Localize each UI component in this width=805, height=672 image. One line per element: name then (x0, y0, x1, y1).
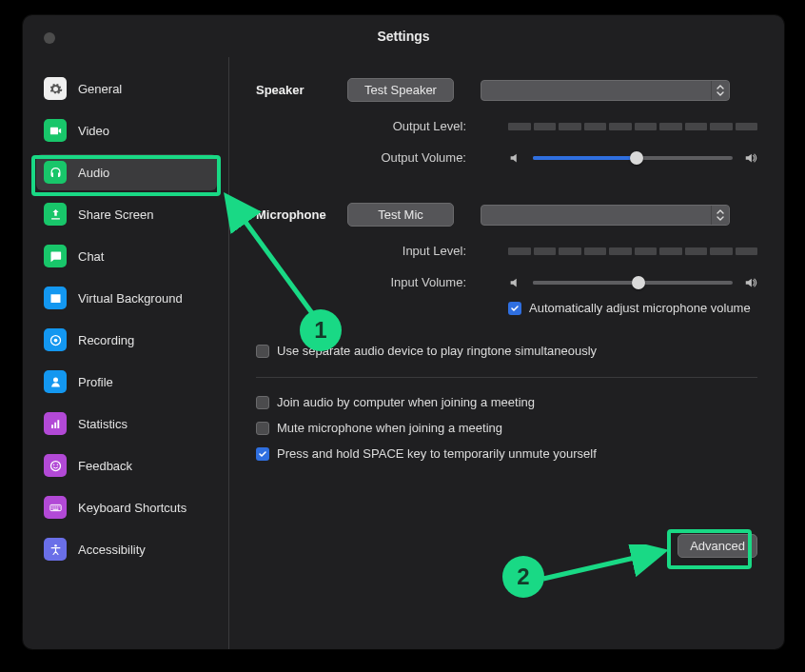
join-audio-label: Join audio by computer when joining a me… (277, 395, 535, 409)
space-unmute-checkbox[interactable] (256, 447, 269, 461)
sidebar-item-accessibility[interactable]: Accessibility (36, 531, 217, 567)
test-speaker-button[interactable]: Test Speaker (347, 78, 454, 102)
content-pane: Speaker Test Speaker Output Level: Outpu… (229, 57, 784, 649)
background-icon (44, 287, 67, 309)
statistics-icon (44, 412, 67, 435)
output-level-meter (508, 123, 757, 130)
output-volume-slider[interactable] (533, 156, 733, 160)
sidebar-item-feedback[interactable]: Feedback (36, 447, 217, 484)
sidebar: GeneralVideoAudioShare ScreenChatVirtual… (23, 57, 229, 649)
feedback-icon (44, 454, 67, 477)
titlebar: Settings (23, 15, 784, 57)
sidebar-item-label: Profile (78, 375, 113, 389)
input-volume-row: Input Volume: (256, 275, 757, 289)
sidebar-item-profile[interactable]: Profile (36, 364, 217, 400)
sidebar-item-label: Video (78, 124, 109, 138)
chevron-updown-icon (715, 208, 726, 223)
sidebar-item-video[interactable]: Video (36, 112, 217, 148)
svg-point-6 (54, 544, 57, 546)
close-window-dot[interactable] (44, 32, 55, 44)
separate-audio-label: Use separate audio device to play ringto… (277, 344, 597, 358)
join-audio-checkbox[interactable] (256, 396, 269, 409)
sidebar-item-label: General (78, 82, 122, 96)
output-volume-label: Output Volume: (347, 150, 481, 165)
sidebar-item-label: Feedback (78, 459, 132, 473)
space-unmute-label: Press and hold SPACE key to temporarily … (277, 446, 597, 461)
mute-mic-label: Mute microphone when joining a meeting (277, 421, 502, 435)
input-level-label: Input Level: (347, 244, 481, 258)
volume-low-icon (508, 151, 521, 165)
volume-low-icon (508, 276, 521, 289)
sidebar-item-label: Accessibility (78, 543, 146, 557)
input-volume-slider[interactable] (533, 281, 733, 285)
output-level-label: Output Level: (347, 119, 481, 133)
sidebar-item-audio[interactable]: Audio (36, 154, 217, 190)
mute-mic-checkbox[interactable] (256, 422, 269, 435)
speaker-label: Speaker (256, 83, 347, 97)
window-body: GeneralVideoAudioShare ScreenChatVirtual… (23, 57, 784, 649)
divider (256, 377, 757, 378)
microphone-row: Microphone Test Mic (256, 203, 757, 227)
speaker-device-select[interactable] (481, 80, 730, 101)
sidebar-item-chat[interactable]: Chat (36, 238, 217, 274)
sidebar-item-statistics[interactable]: Statistics (36, 405, 217, 442)
sidebar-item-share-screen[interactable]: Share Screen (36, 196, 217, 232)
video-icon (44, 119, 67, 142)
gear-icon (44, 77, 67, 100)
sidebar-item-keyboard-shortcuts[interactable]: Keyboard Shortcuts (36, 489, 217, 525)
sidebar-item-label: Keyboard Shortcuts (78, 501, 187, 515)
sidebar-item-label: Statistics (78, 417, 128, 431)
svg-point-3 (52, 464, 54, 465)
sidebar-item-label: Share Screen (78, 208, 154, 222)
auto-adjust-row: Automatically adjust microphone volume (256, 301, 757, 326)
advanced-button[interactable]: Advanced (677, 534, 757, 558)
mic-device-select[interactable] (481, 205, 730, 226)
window-title: Settings (23, 29, 784, 44)
separate-audio-checkbox[interactable] (256, 345, 269, 358)
share-icon (44, 203, 67, 226)
auto-adjust-checkbox[interactable] (508, 302, 521, 315)
svg-point-4 (56, 464, 58, 465)
test-mic-button[interactable]: Test Mic (347, 203, 454, 227)
speaker-row: Speaker Test Speaker (256, 78, 757, 102)
settings-window: Settings GeneralVideoAudioShare ScreenCh… (23, 15, 784, 649)
sidebar-item-virtual-background[interactable]: Virtual Background (36, 280, 217, 316)
volume-high-icon (744, 276, 757, 289)
headphones-icon (44, 161, 67, 184)
svg-point-1 (53, 338, 57, 342)
output-volume-row: Output Volume: (256, 150, 757, 165)
sidebar-item-label: Virtual Background (78, 291, 183, 306)
chevron-updown-icon (715, 83, 726, 98)
auto-adjust-label: Automatically adjust microphone volume (529, 301, 751, 315)
input-level-meter (508, 247, 757, 255)
chat-icon (44, 245, 67, 267)
profile-icon (44, 370, 67, 393)
input-volume-label: Input Volume: (347, 275, 481, 289)
input-level-row: Input Level: (256, 244, 757, 258)
sidebar-item-recording[interactable]: Recording (36, 322, 217, 358)
keyboard-icon (44, 496, 67, 519)
output-level-row: Output Level: (256, 119, 757, 133)
sidebar-item-label: Audio (78, 166, 109, 180)
svg-point-2 (50, 461, 60, 470)
sidebar-item-label: Recording (78, 333, 134, 347)
sidebar-item-general[interactable]: General (36, 70, 217, 107)
sidebar-item-label: Chat (78, 249, 104, 264)
recording-icon (44, 328, 67, 351)
volume-high-icon (744, 151, 757, 165)
microphone-label: Microphone (256, 208, 347, 222)
accessibility-icon (44, 538, 67, 561)
